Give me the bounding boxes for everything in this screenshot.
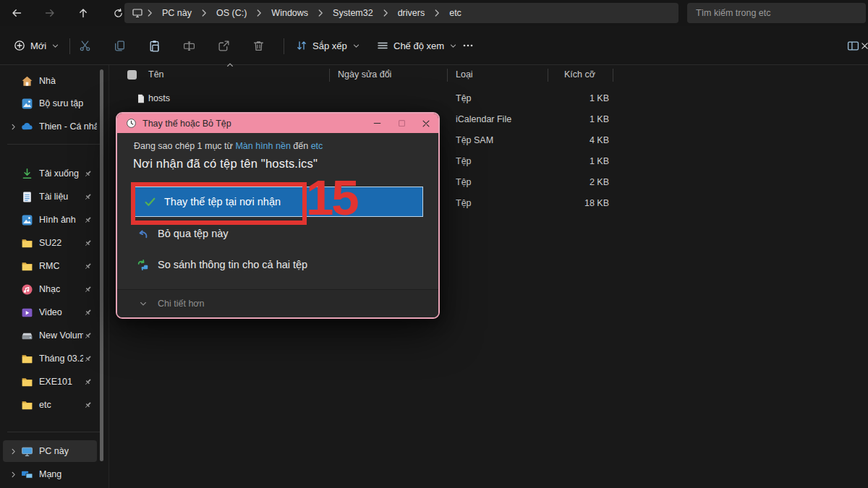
column-divider[interactable] <box>329 69 330 82</box>
forward-button[interactable] <box>39 3 61 23</box>
file-size: 1 KB <box>541 114 609 124</box>
sidebar-divider <box>7 432 100 432</box>
sidebar-item-exe101[interactable]: EXE101 <box>3 371 97 393</box>
more-options-button[interactable] <box>456 33 480 58</box>
cut-button[interactable] <box>72 33 97 58</box>
breadcrumb-item-current[interactable]: etc <box>443 6 467 20</box>
new-label: Mới <box>30 40 46 51</box>
folder-icon <box>21 376 33 388</box>
minimize-icon <box>372 118 383 129</box>
sidebar-item-label: Mạng <box>39 469 61 479</box>
breadcrumb-item[interactable]: drivers <box>392 6 431 20</box>
sidebar-item-this-pc[interactable]: PC này <box>3 440 97 462</box>
trash-icon <box>252 40 265 52</box>
compare-icon <box>137 259 149 271</box>
copy-source-link[interactable]: Màn hình nền <box>235 141 290 151</box>
column-divider[interactable] <box>447 69 448 82</box>
search-input[interactable]: Tìm kiếm trong etc <box>687 3 866 23</box>
sidebar-item-music[interactable]: Nhạc <box>3 278 97 300</box>
sidebar-item-label: Bộ sưu tập <box>39 98 83 108</box>
close-button[interactable] <box>414 114 438 133</box>
file-size: 4 KB <box>541 135 609 145</box>
sidebar-item-pictures[interactable]: Hình ảnh <box>3 209 97 231</box>
select-all-checkbox[interactable] <box>127 70 137 80</box>
sidebar-item-gallery[interactable]: Bộ sưu tập <box>3 93 97 114</box>
sidebar-item-onedrive[interactable]: Thien - Cá nhân <box>3 116 97 137</box>
rename-button[interactable] <box>176 33 201 58</box>
share-button[interactable] <box>211 33 236 58</box>
chevron-right-icon <box>432 8 442 18</box>
toolbar-divider <box>284 38 284 54</box>
command-bar: Mới Sắp xếp Chế độ xem <box>0 26 868 65</box>
table-row[interactable]: hosts Tệp 1 KB <box>110 88 689 109</box>
paste-button[interactable] <box>142 33 166 58</box>
new-button[interactable]: Mới <box>7 33 66 58</box>
up-button[interactable] <box>72 3 94 23</box>
breadcrumb-item[interactable]: PC này <box>156 6 197 20</box>
column-header-type[interactable]: Loại <box>456 69 473 80</box>
sidebar-item-new-volume[interactable]: New Volume <box>3 325 97 346</box>
onedrive-cloud-icon <box>21 121 33 133</box>
breadcrumb-item[interactable]: System32 <box>327 6 379 20</box>
compare-files-option[interactable]: So sánh thông tin cho cả hai tệp <box>137 254 307 275</box>
column-header-size[interactable]: Kích cỡ <box>564 69 595 80</box>
more-details-toggle[interactable]: Chi tiết hơn <box>117 289 438 317</box>
copy-middle: đến <box>291 141 311 151</box>
view-button[interactable]: Chế độ xem <box>370 33 464 58</box>
rename-icon <box>183 40 195 52</box>
sidebar-item-downloads[interactable]: Tải xuống <box>3 163 97 184</box>
back-button[interactable] <box>6 3 27 23</box>
delete-button[interactable] <box>246 33 271 58</box>
sidebar-item-network[interactable]: Mạng <box>3 463 97 485</box>
breadcrumb-item[interactable]: OS (C:) <box>210 6 252 20</box>
dialog-titlebar[interactable]: Thay thế hoặc Bỏ Tệp <box>117 114 438 133</box>
copy-destination-link[interactable]: etc <box>311 141 323 151</box>
chevron-right-icon <box>199 8 209 18</box>
sidebar-item-home[interactable]: Nhà <box>3 70 97 92</box>
chevron-right-icon <box>315 8 326 18</box>
address-bar: PC này OS (C:) Windows System32 drivers … <box>0 0 868 26</box>
sidebar-scrollbar[interactable] <box>100 69 103 461</box>
file-type: Tệp <box>456 177 472 187</box>
downloads-icon <box>21 168 33 180</box>
copy-button[interactable] <box>107 33 132 58</box>
sidebar-item-label: Nhà <box>39 76 56 86</box>
video-icon <box>21 307 33 319</box>
file-size: 1 KB <box>541 156 609 166</box>
maximize-button[interactable] <box>389 114 414 133</box>
column-divider[interactable] <box>613 69 613 82</box>
chevron-right-icon <box>9 471 17 479</box>
sidebar-item-thang0320[interactable]: Tháng 03.202 <box>3 348 97 369</box>
sidebar-item-su22[interactable]: SU22 <box>3 232 97 254</box>
close-icon <box>421 119 431 129</box>
sidebar-item-label: Nhạc <box>39 284 60 294</box>
skip-file-option[interactable]: Bỏ qua tệp này <box>137 223 229 244</box>
refresh-icon <box>113 8 124 19</box>
pin-icon <box>83 239 93 248</box>
folder-icon <box>21 237 33 249</box>
copy-status-line: Đang sao chép 1 mục từ Màn hình nền đến … <box>134 141 323 151</box>
sidebar-item-label: etc <box>39 400 51 410</box>
pin-icon <box>83 354 93 364</box>
close-pane-button[interactable] <box>859 33 868 58</box>
sidebar-item-etc[interactable]: etc <box>3 394 97 416</box>
pin-icon <box>83 377 93 387</box>
paste-icon <box>148 40 161 52</box>
chevron-right-icon <box>9 123 17 131</box>
folder-icon <box>21 260 33 273</box>
breadcrumb-item[interactable]: Windows <box>265 6 314 20</box>
sidebar-item-documents[interactable]: Tài liệu <box>3 186 97 207</box>
file-type: Tệp <box>456 93 472 103</box>
sidebar-item-rmc[interactable]: RMC <box>3 255 97 277</box>
sidebar-item-video[interactable]: Video <box>3 301 97 323</box>
column-header-date[interactable]: Ngày sửa đổi <box>338 69 391 80</box>
skip-arrow-icon <box>137 228 149 240</box>
minimize-button[interactable] <box>365 114 389 133</box>
column-divider[interactable] <box>548 69 548 82</box>
forward-icon <box>44 7 56 19</box>
navigation-pane: Nhà Bộ sưu tập Thien - Cá nhân Tải xuống… <box>0 65 109 488</box>
documents-icon <box>21 191 33 203</box>
column-header-name[interactable]: Tên <box>148 69 164 80</box>
gallery-icon <box>21 98 33 110</box>
sort-button[interactable]: Sắp xếp <box>289 33 367 58</box>
